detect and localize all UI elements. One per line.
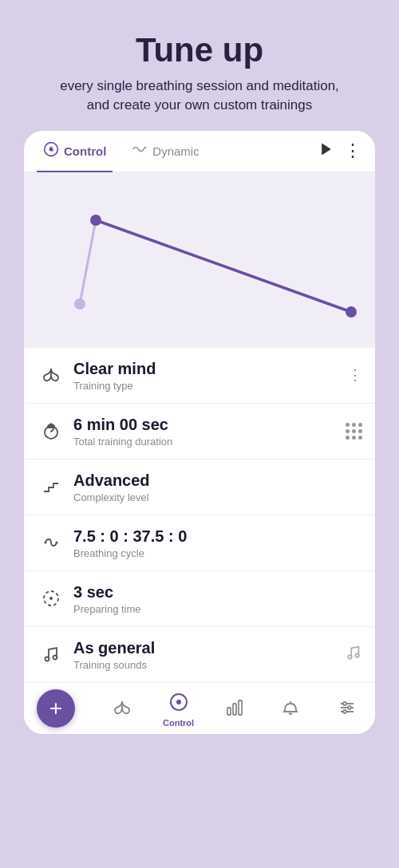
breathing-cycle-content: 7.5 : 0 : 37.5 : 0 Breathing cycle [73, 527, 362, 559]
breathing-cycle-row: 7.5 : 0 : 37.5 : 0 Breathing cycle [24, 515, 375, 571]
svg-marker-2 [322, 143, 331, 155]
preparing-time-label: Preparing time [73, 603, 362, 615]
breathing-cycle-value: 7.5 : 0 : 37.5 : 0 [73, 527, 362, 546]
steps-icon [37, 477, 65, 496]
svg-point-7 [74, 298, 85, 310]
svg-point-1 [49, 147, 53, 151]
duration-content: 6 min 00 sec Total training duration [73, 415, 346, 448]
nav-control-label: Control [163, 718, 194, 728]
nav-item-stats[interactable] [207, 695, 263, 725]
svg-point-31 [348, 706, 351, 709]
duration-row: 6 min 00 sec Total training duration [24, 404, 375, 460]
svg-rect-24 [233, 704, 236, 715]
tab-dynamic-label: Dynamic [152, 144, 199, 158]
complexity-content: Advanced Complexity level [73, 471, 362, 503]
nav-control-icon [169, 692, 188, 716]
duration-label: Total training duration [73, 436, 346, 448]
svg-point-13 [56, 542, 58, 544]
prepare-icon [37, 589, 65, 608]
svg-point-6 [90, 215, 101, 226]
tab-actions: ⋮ [318, 140, 362, 161]
tab-bar: Control Dynamic ⋮ [24, 131, 375, 172]
nav-item-bell[interactable] [263, 695, 318, 725]
preparing-time-value: 3 sec [73, 582, 362, 602]
music-note-icon [37, 645, 65, 664]
nav-item-lungs[interactable] [94, 695, 150, 725]
tab-control[interactable]: Control [37, 131, 113, 172]
svg-point-15 [49, 597, 53, 600]
svg-point-17 [53, 656, 57, 660]
svg-line-11 [51, 429, 53, 432]
nav-bell-icon [281, 698, 300, 722]
nav-item-control[interactable]: Control [150, 689, 206, 731]
duration-value: 6 min 00 sec [73, 415, 346, 434]
training-type-content: Clear mind Training type [73, 359, 348, 392]
svg-point-8 [346, 306, 357, 318]
training-type-label: Training type [73, 380, 348, 392]
nav-lungs-icon [113, 698, 132, 722]
preparing-time-content: 3 sec Preparing time [73, 582, 362, 615]
training-sounds-value: As general [73, 638, 345, 657]
training-type-menu[interactable]: ⋮ [348, 366, 362, 384]
page-title: Tune up [24, 32, 375, 69]
info-list: Clear mind Training type ⋮ 6 min 00 sec … [24, 348, 375, 682]
nav-stats-icon [225, 698, 244, 722]
more-menu-button[interactable]: ⋮ [344, 140, 362, 161]
training-sounds-row: As general Training sounds [24, 627, 375, 682]
complexity-value: Advanced [73, 471, 362, 490]
bottom-navigation: + [24, 682, 375, 734]
breathing-chart [24, 172, 375, 348]
complexity-label: Complexity level [73, 491, 362, 503]
timer-icon [37, 421, 65, 440]
svg-point-16 [45, 657, 49, 661]
cycle-icon [37, 533, 65, 552]
tab-dynamic[interactable]: Dynamic [125, 131, 205, 172]
svg-rect-23 [227, 708, 231, 715]
svg-point-30 [343, 702, 346, 705]
nav-settings-icon [338, 698, 357, 722]
svg-rect-3 [24, 172, 375, 348]
tab-control-label: Control [64, 144, 106, 158]
svg-rect-25 [239, 700, 242, 715]
svg-point-32 [343, 710, 346, 713]
page-subtitle: every single breathing session and medit… [24, 77, 375, 115]
training-sounds-label: Training sounds [73, 659, 345, 671]
nav-item-settings[interactable] [319, 695, 375, 725]
lungs-icon [37, 365, 65, 385]
training-sounds-content: As general Training sounds [73, 638, 345, 671]
complexity-row: Advanced Complexity level [24, 460, 375, 515]
control-tab-icon [43, 141, 59, 161]
svg-point-18 [348, 655, 352, 659]
main-card: Control Dynamic ⋮ [24, 131, 375, 734]
training-type-row: Clear mind Training type ⋮ [24, 348, 375, 404]
svg-point-22 [176, 700, 181, 704]
fab-button[interactable]: + [37, 689, 75, 728]
duration-action[interactable] [346, 423, 362, 440]
header: Tune up every single breathing session a… [0, 0, 399, 131]
svg-point-12 [45, 542, 47, 544]
svg-point-19 [355, 653, 359, 657]
dynamic-tab-icon [132, 141, 148, 161]
preparing-time-row: 3 sec Preparing time [24, 571, 375, 627]
training-sounds-action[interactable] [345, 644, 362, 665]
fab-icon: + [49, 696, 62, 721]
breathing-cycle-label: Breathing cycle [73, 547, 362, 559]
training-type-value: Clear mind [73, 359, 348, 378]
play-button[interactable] [318, 141, 334, 161]
